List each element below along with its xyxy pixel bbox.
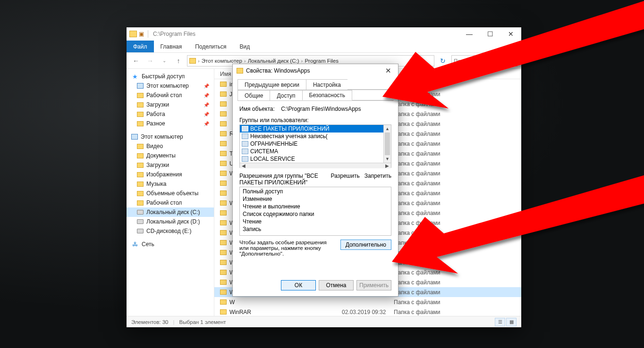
- tab-home[interactable]: Главная: [154, 41, 189, 52]
- separator: [148, 30, 148, 38]
- folder-icon: [220, 299, 227, 305]
- group-item[interactable]: LOCAL SERVICE: [240, 155, 383, 163]
- permissions-listbox[interactable]: Полный доступИзменениеЧтение и выполнени…: [239, 187, 391, 236]
- folder-icon: [137, 112, 144, 117]
- nav-pictures[interactable]: Изображения: [127, 170, 214, 179]
- chevron-right-icon[interactable]: ›: [300, 58, 304, 64]
- tab-view[interactable]: Вид: [233, 41, 256, 52]
- vertical-scrollbar[interactable]: ▲ ▼: [383, 125, 391, 163]
- group-icon: [242, 126, 248, 132]
- group-item[interactable]: ВСЕ ПАКЕТЫ ПРИЛОЖЕНИЙ: [240, 125, 383, 133]
- group-item[interactable]: ОГРАНИЧЕННЫЕ: [240, 140, 383, 148]
- nav-this-pc[interactable]: Этот компьютер: [127, 132, 214, 141]
- tab-row-2: Общие Доступ Безопасность: [237, 90, 393, 101]
- groups-label: Группы или пользователи:: [239, 117, 391, 124]
- folder-icon: [137, 121, 144, 126]
- folder-icon: [220, 191, 227, 196]
- nav-quick-misc[interactable]: Разное📌: [127, 119, 214, 128]
- group-item[interactable]: СИСТЕМА: [240, 148, 383, 155]
- scrollbar-thumb[interactable]: [385, 133, 390, 155]
- folder-icon: [220, 270, 227, 275]
- nav-drive-c[interactable]: Локальный диск (C:): [127, 207, 214, 217]
- nav-documents[interactable]: Документы: [127, 151, 214, 160]
- folder-icon: [220, 309, 227, 315]
- chevron-right-icon[interactable]: ›: [243, 58, 247, 64]
- object-name-label: Имя объекта:: [239, 106, 275, 112]
- file-type: Папка с файлами: [394, 190, 460, 197]
- nav-downloads[interactable]: Загрузки: [127, 160, 214, 170]
- tab-customize[interactable]: Настройка: [306, 79, 348, 90]
- advanced-button[interactable]: Дополнительно: [340, 240, 391, 250]
- status-selection: Выбран 1 элемент: [179, 319, 226, 325]
- group-icon: [242, 149, 248, 154]
- qat-properties-icon[interactable]: ▣: [139, 31, 144, 37]
- nav-drive-e[interactable]: CD-дисковод (E:): [127, 226, 214, 236]
- view-details-button[interactable]: ☰: [495, 318, 505, 326]
- history-dropdown[interactable]: ⌄: [159, 55, 170, 66]
- scroll-right-icon[interactable]: ▶: [383, 163, 391, 168]
- minimize-button[interactable]: —: [459, 27, 480, 41]
- file-type: Папка с файлами: [394, 160, 460, 167]
- ribbon-expand-icon[interactable]: ⌄: [507, 41, 521, 52]
- navigation-pane[interactable]: ★Быстрый доступ Этот компьютер📌 Рабочий …: [127, 69, 214, 316]
- apply-button[interactable]: Применить: [356, 280, 391, 290]
- network-icon: 🖧: [131, 241, 139, 248]
- file-row[interactable]: WinRAR02.03.2019 09:32Папка с файлами: [214, 307, 521, 316]
- nav-videos[interactable]: Видео: [127, 141, 214, 151]
- nav-quick-access[interactable]: ★Быстрый доступ: [127, 72, 214, 81]
- permission-item: Полный доступ: [243, 188, 388, 196]
- refresh-button[interactable]: ↻: [437, 55, 449, 66]
- chevron-right-icon[interactable]: ›: [197, 58, 201, 64]
- dialog-title: Свойства: WindowsApps: [246, 67, 310, 74]
- nav-drive-d[interactable]: Локальный диск (D:): [127, 217, 214, 226]
- up-button[interactable]: ↑: [173, 55, 184, 66]
- close-icon[interactable]: ✕: [382, 66, 394, 76]
- permission-item: Чтение и выполнение: [243, 203, 388, 211]
- file-type: Папка с файлами: [394, 141, 460, 147]
- tab-sharing[interactable]: Доступ: [270, 90, 302, 100]
- scroll-up-icon[interactable]: ▲: [384, 125, 391, 133]
- nav-desktop[interactable]: Рабочий стол: [127, 198, 214, 207]
- close-button[interactable]: ✕: [500, 27, 521, 41]
- breadcrumb-segment[interactable]: Локальный диск (C:): [247, 58, 300, 64]
- breadcrumb-segment[interactable]: Program Files: [304, 58, 339, 64]
- scroll-left-icon[interactable]: ◀: [240, 163, 247, 168]
- ok-button[interactable]: ОК: [281, 280, 316, 290]
- group-item[interactable]: Неизвестная учетная запись(: [240, 133, 383, 140]
- scroll-down-icon[interactable]: ▼: [384, 155, 391, 163]
- permissions-for-label: Разрешения для группы "ВСЕ ПАКЕТЫ ПРИЛОЖ…: [239, 173, 331, 186]
- tab-security[interactable]: Безопасность: [302, 90, 353, 100]
- folder-icon: [137, 144, 144, 149]
- maximize-button[interactable]: ☐: [480, 27, 500, 41]
- titlebar[interactable]: ▣ C:\Program Files — ☐ ✕: [127, 27, 521, 41]
- nav-network[interactable]: 🖧Сеть: [127, 240, 214, 249]
- horizontal-scrollbar[interactable]: ◀ ▶: [240, 163, 391, 168]
- nav-music[interactable]: Музыка: [127, 179, 214, 189]
- search-icon[interactable]: 🔍: [508, 58, 515, 64]
- status-item-count: Элементов: 30: [131, 319, 168, 325]
- file-type: Папка с файлами: [394, 150, 460, 157]
- tab-previous-versions[interactable]: Предыдущие версии: [237, 79, 306, 90]
- back-button[interactable]: ←: [130, 55, 142, 66]
- file-type: Папка с файлами: [394, 230, 460, 236]
- tab-file[interactable]: Файл: [127, 41, 154, 52]
- file-row[interactable]: WПапка с файлами: [214, 297, 521, 307]
- cancel-button[interactable]: Отмена: [319, 280, 354, 290]
- view-icons-button[interactable]: ▦: [506, 318, 517, 326]
- nav-quick-downloads[interactable]: Загрузки📌: [127, 100, 214, 109]
- dialog-titlebar[interactable]: Свойства: WindowsApps ✕: [233, 64, 398, 77]
- tab-share[interactable]: Поделиться: [188, 41, 233, 52]
- nav-quick-desktop[interactable]: Рабочий стол📌: [127, 91, 214, 100]
- pin-icon: 📌: [203, 93, 209, 98]
- tab-general[interactable]: Общие: [237, 90, 270, 100]
- breadcrumb-segment[interactable]: Этот компьютер: [201, 58, 243, 64]
- folder-icon: [137, 200, 144, 206]
- groups-listbox[interactable]: ВСЕ ПАКЕТЫ ПРИЛОЖЕНИЙНеизвестная учетная…: [239, 124, 391, 168]
- forward-button[interactable]: →: [144, 55, 156, 66]
- nav-quick-this-pc[interactable]: Этот компьютер📌: [127, 81, 214, 91]
- search-placeholder: Поиск: Pr...: [454, 58, 482, 64]
- search-input[interactable]: Поиск: Pr... 🔍: [451, 55, 517, 66]
- nav-quick-work[interactable]: Работа📌: [127, 109, 214, 119]
- folder-icon: [220, 131, 227, 136]
- nav-3d-objects[interactable]: Объемные объекты: [127, 189, 214, 198]
